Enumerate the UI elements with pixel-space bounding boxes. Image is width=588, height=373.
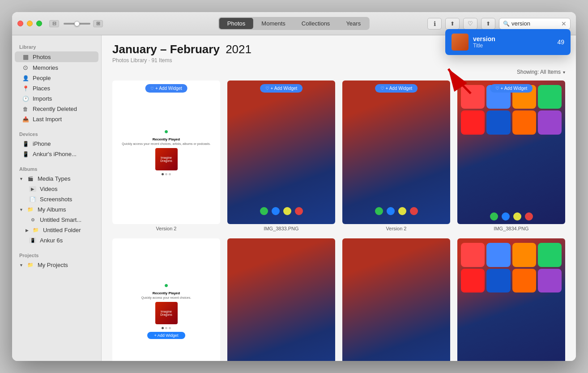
sidebar-item-label: Ankur 6s [40, 237, 63, 244]
sidebar-item-label: Last Import [33, 116, 62, 123]
sidebar-item-ankur-6s[interactable]: 📱 Ankur 6s [15, 235, 98, 246]
search-result-thumbnail [452, 34, 469, 51]
sidebar-item-places[interactable]: 📍 Places [15, 83, 98, 93]
photo-thumbnail: ● Recently Played Quickly access your re… [112, 81, 220, 224]
add-widget-button[interactable]: ♡ + Add Widget [375, 84, 418, 93]
close-button[interactable] [17, 21, 23, 26]
view-toggle-button[interactable]: ⊞ [93, 20, 103, 27]
sidebar-item-my-albums[interactable]: ▼ 📁 My Albums [15, 204, 98, 215]
sidebar-item-label: My Albums [38, 206, 66, 213]
tab-collections[interactable]: Collections [294, 18, 338, 29]
sidebar-item-media-types[interactable]: ▼ 🎬 Media Types [15, 174, 98, 184]
expanded-triangle2-icon: ▼ [19, 208, 23, 212]
tab-moments[interactable]: Moments [253, 18, 293, 29]
add-widget-button[interactable]: ♡ + Add Widget [260, 84, 303, 93]
search-result-title: version [473, 35, 553, 42]
sidebar-item-label: Ankur's iPhone... [33, 151, 77, 157]
search-box[interactable]: 🔍 ✕ [499, 18, 571, 30]
sidebar-item-my-projects[interactable]: ▼ 📁 My Projects [15, 260, 98, 270]
nav-tabs: Photos Moments Collections Years [218, 17, 370, 30]
sidebar-item-label: iPhone [33, 140, 51, 147]
sidebar-item-iphone[interactable]: 📱 iPhone [15, 139, 98, 149]
titlebar-right: ℹ ⬆ ♡ ⬆ 🔍 ✕ [427, 18, 571, 30]
tab-years[interactable]: Years [338, 18, 369, 29]
sidebar-item-label: Imports [33, 95, 52, 102]
maximize-button[interactable] [36, 21, 42, 26]
sidebar-item-label: Screenshots [40, 196, 72, 203]
upload-button[interactable]: ⬆ [481, 18, 495, 30]
sidebar-item-label: People [33, 75, 51, 81]
photo-thumbnail [227, 238, 335, 361]
title-light: 2021 [226, 42, 251, 56]
videos-icon: ▶ [29, 186, 36, 192]
screenshots-icon: 📄 [29, 196, 36, 202]
photo-item[interactable]: IMG_3836.PNG [457, 238, 565, 361]
photo-item[interactable]: Version 2 [342, 238, 450, 361]
sidebar-item-memories[interactable]: ⊙ Memories [15, 62, 98, 73]
photo-item[interactable]: ● Recently Played Quickly access your re… [112, 81, 220, 231]
tab-photos[interactable]: Photos [219, 18, 253, 29]
search-result-item[interactable]: version Title 49 [445, 29, 571, 55]
share-icon: ⬆ [450, 21, 455, 27]
photo-item[interactable]: ♡ + Add Widget IMG_3833.PNG [227, 81, 335, 231]
photo-item[interactable]: ● Recently Played Quickly access your re… [112, 238, 220, 361]
last-import-icon: 📥 [22, 116, 29, 123]
sidebar-toggle-button[interactable]: ⊟ [49, 20, 59, 27]
photo-label: Version 2 [386, 226, 407, 231]
expanded-triangle3-icon: ▼ [19, 263, 23, 267]
add-widget-button[interactable]: ♡ + Add Widget [490, 84, 533, 93]
photo-item[interactable]: ♡ + Add Widget IMG_3834.PNG [457, 81, 565, 231]
chevron-down-icon: ▾ [563, 70, 565, 75]
info-icon: ℹ [434, 20, 436, 27]
sidebar-item-screenshots[interactable]: 📄 Screenshots [15, 194, 98, 204]
sidebar-item-videos[interactable]: ▶ Videos [15, 184, 98, 194]
sidebar-item-imports[interactable]: 🕐 Imports [15, 93, 98, 104]
trash-icon: 🗑 [22, 106, 29, 112]
share-button[interactable]: ⬆ [445, 18, 460, 30]
photo-label: IMG_3834.PNG [494, 226, 528, 231]
photo-thumbnail [457, 238, 565, 361]
sidebar-item-label: Untitled Folder [43, 227, 81, 233]
heart-button[interactable]: ♡ [463, 18, 477, 30]
sidebar-item-recently-deleted[interactable]: 🗑 Recently Deleted [15, 104, 98, 114]
sidebar-item-ankur-iphone[interactable]: 📱 Ankur's iPhone... [15, 149, 98, 159]
sidebar-item-untitled-folder[interactable]: ▶ 📁 Untitled Folder [15, 225, 98, 235]
plus-icon: ♡ [150, 86, 154, 91]
projects-section-label: Projects [12, 249, 101, 260]
photo-thumbnail: ● Recently Played Quickly access your re… [112, 238, 220, 361]
titlebar-controls: ⊟ ⊞ [49, 20, 103, 27]
albums-folder-icon: 📁 [27, 207, 34, 212]
info-button[interactable]: ℹ [427, 18, 442, 30]
photo-item[interactable]: ♡ + Add Widget Version 2 [342, 81, 450, 231]
zoom-slider[interactable] [64, 23, 90, 25]
content-subtitle: Photos Library · 91 Items [112, 57, 565, 64]
photo-label: IMG_3833.PNG [264, 226, 298, 231]
search-input[interactable] [511, 20, 559, 27]
photo-item[interactable]: IMG_3835.PNG [227, 238, 335, 361]
plus-icon: ♡ [265, 86, 269, 91]
folder-icon: 📁 [32, 227, 39, 233]
search-clear-button[interactable]: ✕ [561, 20, 567, 27]
traffic-lights [17, 21, 42, 26]
sidebar-item-label: Videos [40, 186, 58, 192]
sidebar-item-label: My Projects [38, 262, 68, 268]
heart-icon: ♡ [468, 20, 473, 27]
sidebar-item-photos[interactable]: ▦ Photos [15, 51, 98, 62]
plus-icon: ♡ [495, 86, 499, 91]
places-icon: 📍 [22, 85, 29, 92]
smart-album-icon: ⚙ [29, 217, 36, 222]
showing-bar: Showing: All Items ▾ [102, 67, 576, 77]
showing-label: Showing: All Items [517, 69, 561, 75]
sidebar-item-people[interactable]: 👤 People [15, 73, 98, 83]
sidebar-item-label: Memories [33, 64, 58, 71]
minimize-button[interactable] [27, 21, 33, 26]
sidebar-item-label: Untitled Smart... [40, 216, 81, 223]
showing-dropdown[interactable]: Showing: All Items ▾ [517, 69, 565, 75]
search-result-count: 49 [557, 38, 564, 46]
photo-thumbnail [342, 238, 450, 361]
people-icon: 👤 [22, 75, 29, 81]
sidebar-item-untitled-smart[interactable]: ⚙ Untitled Smart... [15, 215, 98, 225]
add-widget-button[interactable]: ♡ + Add Widget [145, 84, 187, 93]
sidebar-item-last-import[interactable]: 📥 Last Import [15, 114, 98, 124]
titlebar: ⊟ ⊞ Photos Moments Collections Years ℹ ⬆… [12, 12, 576, 35]
